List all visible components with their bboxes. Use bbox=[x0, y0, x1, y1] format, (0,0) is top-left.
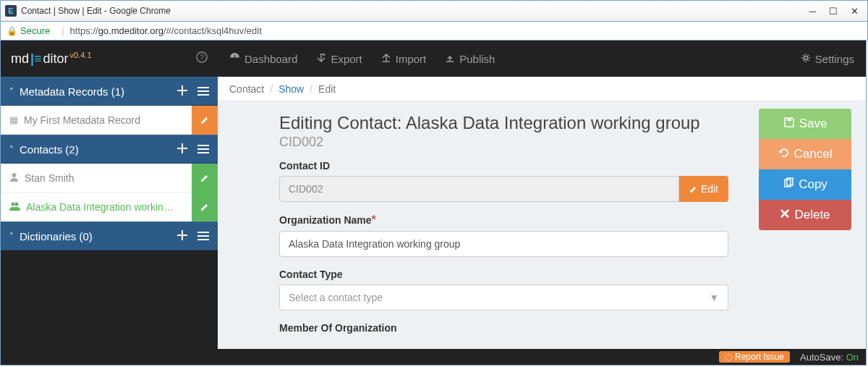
svg-point-10 bbox=[15, 202, 19, 206]
page-title: Editing Contact: Alaska Data Integration… bbox=[279, 113, 728, 133]
add-contact-button[interactable] bbox=[177, 143, 187, 156]
svg-rect-14 bbox=[234, 55, 235, 59]
address-bar: 🔒 Secure | https://go.mdeditor.org/#/con… bbox=[0, 22, 868, 41]
grid-icon: ▦ bbox=[9, 114, 18, 125]
top-nav: Dashboard Export Import Publish Settings bbox=[218, 41, 866, 77]
svg-rect-4 bbox=[197, 94, 209, 96]
svg-text:?: ? bbox=[200, 54, 204, 62]
delete-button[interactable]: Delete bbox=[759, 200, 851, 230]
window-title: Contact | Show | Edit - Google Chrome bbox=[21, 6, 171, 16]
import-icon bbox=[381, 53, 391, 65]
sidebar-item-label: Stan Smith bbox=[25, 172, 74, 184]
save-icon bbox=[783, 117, 795, 132]
action-button-column: Save Cancel Copy Delete bbox=[759, 109, 851, 230]
publish-icon bbox=[445, 53, 455, 65]
sidebar-item-metadata-record[interactable]: ▦ My First Metadata Record bbox=[1, 106, 218, 135]
edit-contact-button[interactable] bbox=[192, 193, 218, 222]
chevron-up-icon: ˄ bbox=[9, 232, 14, 241]
page-subtitle: CID002 bbox=[279, 135, 728, 150]
export-icon bbox=[316, 53, 326, 65]
sidebar-section-dictionaries[interactable]: ˄ Dictionaries (0) bbox=[1, 222, 218, 250]
sidebar-item-contact-org[interactable]: Alaska Data Integration working… bbox=[1, 193, 218, 222]
person-icon bbox=[9, 172, 19, 184]
sidebar-section-title: Dictionaries (0) bbox=[20, 230, 93, 242]
nav-export[interactable]: Export bbox=[316, 53, 362, 65]
svg-point-15 bbox=[804, 56, 807, 59]
organization-name-field[interactable] bbox=[279, 231, 728, 257]
url-display[interactable]: https://go.mdeditor.org/#/contact/ksql4h… bbox=[70, 25, 262, 36]
svg-point-8 bbox=[12, 173, 17, 177]
list-contacts-button[interactable] bbox=[197, 143, 209, 156]
svg-rect-5 bbox=[197, 145, 209, 146]
brand-bar: md|≡ditorv0.4.1 ? bbox=[1, 41, 218, 77]
sidebar-section-metadata[interactable]: ˄ Metadata Records (1) bbox=[1, 77, 218, 106]
nav-dashboard[interactable]: Dashboard bbox=[229, 52, 297, 65]
dashboard-icon bbox=[229, 52, 240, 65]
window-close-button[interactable]: ✕ bbox=[851, 6, 859, 17]
help-icon[interactable]: ? bbox=[196, 51, 208, 66]
nav-settings[interactable]: Settings bbox=[801, 53, 854, 65]
svg-rect-13 bbox=[197, 239, 209, 240]
svg-rect-2 bbox=[197, 87, 209, 88]
edit-contact-id-button[interactable]: Edit bbox=[679, 176, 728, 202]
sidebar: md|≡ditorv0.4.1 ? ˄ Metadata Records (1)… bbox=[1, 41, 218, 365]
sidebar-item-label: My First Metadata Record bbox=[24, 114, 140, 126]
copy-button[interactable]: Copy bbox=[759, 169, 851, 200]
sidebar-section-title: Metadata Records (1) bbox=[20, 85, 124, 98]
window-minimize-button[interactable]: ─ bbox=[809, 6, 816, 17]
label-org-name: Organization Name* bbox=[279, 214, 728, 227]
contact-type-select[interactable]: Select a contact type ▼ bbox=[279, 284, 728, 311]
app-favicon: E bbox=[5, 5, 17, 17]
label-member-of: Member Of Organization bbox=[279, 322, 728, 334]
copy-icon bbox=[783, 177, 794, 193]
sidebar-item-contact-person[interactable]: Stan Smith bbox=[1, 164, 218, 193]
status-footer: ◌ Report Issue AutoSave: On bbox=[218, 349, 866, 365]
sidebar-section-title: Contacts (2) bbox=[20, 143, 79, 156]
report-issue-button[interactable]: ◌ Report Issue bbox=[719, 351, 790, 363]
autosave-status: AutoSave: On bbox=[800, 352, 859, 363]
svg-rect-16 bbox=[787, 118, 791, 121]
save-button[interactable]: Save bbox=[759, 109, 851, 139]
cancel-button[interactable]: Cancel bbox=[759, 139, 851, 169]
secure-label: Secure bbox=[20, 25, 50, 36]
breadcrumb-edit: Edit bbox=[318, 83, 336, 95]
main-content: Save Cancel Copy Delete Editing Contact:… bbox=[218, 101, 866, 349]
sidebar-section-contacts[interactable]: ˄ Contacts (2) bbox=[1, 135, 218, 164]
github-icon: ◌ bbox=[725, 352, 732, 362]
svg-rect-12 bbox=[197, 235, 209, 237]
nav-import[interactable]: Import bbox=[381, 53, 427, 65]
gear-icon bbox=[801, 53, 811, 65]
undo-icon bbox=[778, 147, 790, 162]
nav-publish[interactable]: Publish bbox=[445, 53, 495, 65]
group-icon bbox=[9, 201, 20, 213]
window-titlebar: E Contact | Show | Edit - Google Chrome … bbox=[0, 0, 868, 22]
add-metadata-button[interactable] bbox=[177, 85, 187, 98]
app-logo: md|≡ditorv0.4.1 bbox=[11, 51, 92, 67]
contact-id-field bbox=[279, 176, 679, 202]
add-dictionary-button[interactable] bbox=[177, 230, 187, 242]
svg-rect-3 bbox=[197, 90, 209, 92]
svg-rect-7 bbox=[197, 152, 209, 153]
svg-point-9 bbox=[12, 202, 15, 206]
svg-rect-11 bbox=[197, 232, 209, 233]
chevron-up-icon: ˄ bbox=[9, 87, 14, 96]
label-contact-type: Contact Type bbox=[279, 269, 728, 280]
edit-metadata-button[interactable] bbox=[192, 106, 218, 135]
chevron-up-icon: ˄ bbox=[9, 145, 14, 154]
breadcrumb-show[interactable]: Show bbox=[278, 83, 304, 95]
sidebar-item-label: Alaska Data Integration working… bbox=[26, 201, 178, 213]
edit-contact-button[interactable] bbox=[192, 164, 218, 193]
label-contact-id: Contact ID bbox=[279, 160, 728, 172]
window-maximize-button[interactable]: ☐ bbox=[829, 6, 838, 17]
x-icon bbox=[780, 208, 790, 222]
breadcrumb-contact: Contact bbox=[229, 83, 264, 95]
breadcrumb: Contact / Show / Edit bbox=[218, 77, 866, 101]
list-metadata-button[interactable] bbox=[197, 85, 209, 98]
list-dictionaries-button[interactable] bbox=[197, 230, 209, 242]
chevron-down-icon: ▼ bbox=[709, 292, 719, 303]
lock-icon: 🔒 bbox=[7, 26, 17, 36]
svg-rect-6 bbox=[197, 148, 209, 150]
